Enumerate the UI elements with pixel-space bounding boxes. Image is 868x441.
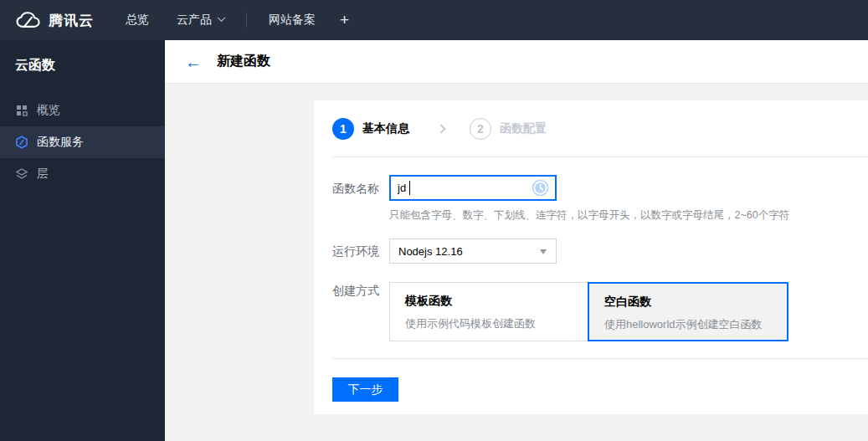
step-label: 函数配置	[500, 121, 547, 136]
sidebar-item-layers[interactable]: 层	[0, 158, 165, 190]
sidebar-item-overview[interactable]: 概览	[0, 95, 165, 126]
runtime-selected-value: Nodejs 12.16	[398, 245, 463, 258]
nav-divider	[246, 13, 247, 28]
back-button[interactable]: ←	[185, 54, 202, 70]
sidebar-title: 云函数	[0, 40, 165, 95]
nav-item-overview[interactable]: 总览	[126, 13, 149, 28]
step-label: 基本信息	[362, 121, 409, 136]
cloud-logo-icon	[15, 11, 41, 29]
nav-item-beian[interactable]: 网站备案	[269, 13, 316, 28]
brand-text: 腾讯云	[49, 11, 94, 30]
text-cursor	[409, 181, 410, 195]
method-card-blank-function[interactable]: 空白函数 使用helloworld示例创建空白函数	[588, 282, 788, 341]
grid-overview-icon	[15, 104, 28, 117]
chevron-right-icon	[436, 124, 445, 133]
sidebar: 云函数 概览 函数服务 层	[0, 40, 165, 441]
step-indicator: 1 基本信息 2 函数配置	[314, 100, 868, 156]
function-name-helper-text: 只能包含字母、数字、下划线、连字符，以字母开头，以数字或字母结尾，2~60个字符	[389, 208, 789, 223]
creation-method-row: 创建方式 模板函数 使用示例代码模板创建函数 空白函数 使用helloworld…	[332, 282, 868, 341]
content-area: 1 基本信息 2 函数配置 函数名称	[165, 85, 868, 441]
caret-down-icon	[540, 249, 547, 254]
create-function-card: 1 基本信息 2 函数配置 函数名称	[314, 100, 868, 414]
step-number-badge: 2	[470, 118, 491, 140]
sidebar-item-label: 函数服务	[37, 135, 84, 150]
tencent-cloud-logo[interactable]: 腾讯云	[15, 11, 94, 30]
chevron-down-icon	[218, 13, 226, 22]
step-number-badge: 1	[332, 118, 354, 140]
runtime-row: 运行环境 Nodejs 12.16	[332, 238, 868, 264]
basic-info-form: 函数名称 只能包含字母、数字、下划线、连字符，以字母开头，以数字或字母结尾，2~…	[314, 157, 868, 341]
creation-method-label: 创建方式	[332, 282, 389, 341]
page-header: ← 新建函数	[165, 40, 868, 84]
runtime-label: 运行环境	[332, 238, 389, 264]
step-basic-info: 1 基本信息	[332, 118, 409, 140]
sidebar-item-label: 概览	[37, 103, 60, 118]
function-name-input-wrap	[389, 175, 557, 201]
method-card-template-function[interactable]: 模板函数 使用示例代码模板创建函数	[389, 282, 588, 341]
separator	[332, 358, 868, 359]
method-title: 空白函数	[604, 295, 787, 310]
method-title: 模板函数	[405, 294, 588, 309]
runtime-select[interactable]: Nodejs 12.16	[389, 238, 557, 264]
sidebar-item-function-service[interactable]: 函数服务	[0, 126, 165, 158]
clock-pending-icon	[532, 179, 549, 197]
method-description: 使用helloworld示例创建空白函数	[604, 317, 787, 332]
add-tab-button[interactable]: +	[340, 11, 349, 29]
layers-icon	[15, 167, 28, 181]
nav-item-products[interactable]: 云产品	[177, 13, 224, 28]
hexagon-function-icon	[15, 136, 28, 149]
method-cards: 模板函数 使用示例代码模板创建函数 空白函数 使用helloworld示例创建空…	[389, 282, 788, 341]
top-navigation-bar: 腾讯云 总览 云产品 网站备案 +	[0, 0, 868, 40]
next-step-button[interactable]: 下一步	[332, 377, 398, 402]
step-function-config: 2 函数配置	[470, 118, 547, 140]
method-description: 使用示例代码模板创建函数	[405, 316, 588, 331]
function-name-row: 函数名称 只能包含字母、数字、下划线、连字符，以字母开头，以数字或字母结尾，2~…	[332, 175, 868, 223]
page-title: 新建函数	[217, 53, 270, 70]
sidebar-item-label: 层	[37, 167, 49, 182]
function-name-label: 函数名称	[332, 175, 389, 223]
